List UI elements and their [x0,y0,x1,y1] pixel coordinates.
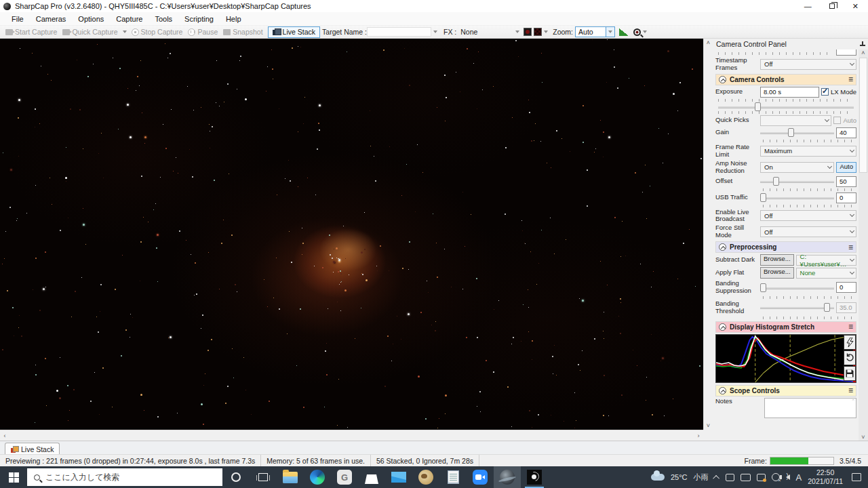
cortana-button[interactable] [222,466,250,488]
usb-traffic-value[interactable]: 0 [836,192,856,203]
weather-desc[interactable]: 小雨 [694,472,709,483]
collapse-icon[interactable] [719,323,726,331]
offset-slider[interactable] [760,177,834,186]
section-menu-icon[interactable]: ≡ [848,243,853,252]
panel-scrollbar[interactable]: ˄ ˅ [859,49,868,441]
magnifier-dropdown-icon[interactable] [643,30,647,33]
flat-frame-icon[interactable] [534,28,542,36]
amp-noise-reduction-select[interactable]: On [760,162,834,173]
banding-threshold-slider[interactable] [760,303,834,312]
usb-traffic-slider[interactable] [760,193,834,202]
minimize-button[interactable]: — [804,2,812,10]
slider-thumb[interactable] [824,303,830,312]
scroll-up-icon[interactable]: ˄ [859,49,868,56]
enable-live-broadcast-select[interactable]: Off [760,210,856,221]
taskbar-zoom[interactable] [467,466,494,488]
preprocessing-header[interactable]: Preprocessing ≡ [715,241,856,253]
pause-button[interactable]: Pause [185,27,220,37]
exposure-input[interactable]: 8.00 s [760,87,819,98]
banding-suppression-value[interactable]: 0 [836,282,856,293]
frames-dropdown-icon[interactable] [544,30,548,33]
slider-thumb[interactable] [760,193,766,202]
zoom-dropdown-button[interactable] [606,27,614,37]
menu-file[interactable]: File [5,14,30,24]
menu-help[interactable]: Help [220,14,248,24]
gain-value[interactable]: 40 [836,127,856,138]
scrollbar-thumb[interactable] [859,58,867,173]
restore-button[interactable] [829,2,835,10]
apply-flat-select[interactable]: None [796,268,856,279]
histogram-tool-icon[interactable] [619,28,628,36]
show-hidden-icons-button[interactable] [713,474,719,481]
reset-stretch-button[interactable] [844,350,856,365]
zoom-select[interactable]: Auto [575,26,615,37]
save-stretch-button[interactable] [844,366,856,381]
slider-thumb[interactable] [760,283,766,292]
notes-textarea[interactable] [764,398,856,418]
collapse-icon[interactable] [719,76,726,83]
slider-thumb[interactable] [755,102,761,111]
start-button[interactable] [0,466,27,488]
scroll-down-icon[interactable]: ˅ [859,434,868,441]
menu-capture[interactable]: Capture [110,14,149,24]
tab-live-stack[interactable]: Live Stack [5,443,60,455]
camera-controls-header[interactable]: Camera Controls ≡ [715,74,856,85]
ime-indicator[interactable]: A [796,472,802,483]
tray-app-icon[interactable] [726,474,734,481]
slider-thumb[interactable] [773,177,779,186]
menu-tools[interactable]: Tools [149,14,178,24]
section-menu-icon[interactable]: ≡ [848,75,853,84]
collapse-icon[interactable] [719,387,726,394]
gain-slider[interactable] [760,128,834,137]
taskbar-search-input[interactable]: ここに入力して検索 [27,468,222,486]
scope-controls-header[interactable]: Scope Controls ≡ [715,385,856,396]
task-view-button[interactable] [250,466,277,488]
taskbar-notepad[interactable] [439,466,467,488]
slider-thumb[interactable] [788,128,794,137]
scroll-right-icon[interactable]: › [694,432,703,439]
subtract-dark-browse-button[interactable]: Browse... [760,254,794,266]
section-menu-icon[interactable]: ≡ [848,386,853,395]
dark-frame-icon[interactable] [524,28,532,36]
taskbar-paint-app[interactable] [412,466,439,488]
banding-suppression-slider[interactable] [760,283,834,292]
image-vertical-scrollbar[interactable]: ˄ ˅ [703,39,712,430]
action-center-icon[interactable] [852,473,861,481]
frame-rate-limit-select[interactable]: Maximum [760,146,856,157]
image-horizontal-scrollbar[interactable]: ‹ › [0,430,703,441]
volume-icon[interactable] [786,474,790,480]
menu-cameras[interactable]: Cameras [30,14,73,24]
timestamp-frames-select[interactable]: Off [760,59,856,70]
taskbar-app-g[interactable]: G [331,466,358,488]
taskbar-edge[interactable] [304,466,331,488]
tray-pen-icon[interactable] [741,474,751,481]
weather-icon[interactable] [651,474,665,481]
scroll-left-icon[interactable]: ‹ [0,432,9,439]
stop-capture-button[interactable]: Stop Capture [129,27,186,37]
taskbar-mail[interactable] [385,466,412,488]
quick-picks-select[interactable] [760,115,831,126]
quick-capture-dropdown-icon[interactable] [123,30,127,33]
histogram-display[interactable] [715,334,856,383]
section-menu-icon[interactable]: ≡ [848,322,853,331]
taskbar-capture-app[interactable] [521,466,548,488]
lx-mode-checkbox[interactable] [821,88,829,96]
live-stack-button[interactable]: Live Stack [268,26,320,38]
offset-value[interactable]: 50 [836,176,856,187]
target-name-dropdown-icon[interactable] [433,30,437,33]
start-capture-button[interactable]: Start Capture [3,27,60,37]
apply-flat-browse-button[interactable]: Browse... [760,267,794,279]
force-still-mode-select[interactable]: Off [760,226,856,237]
taskbar-file-explorer[interactable] [277,466,304,488]
pin-icon[interactable] [860,41,865,47]
subtract-dark-select[interactable]: C:¥Users¥user¥… [796,255,856,266]
live-preview-image[interactable] [0,39,703,430]
auto-stretch-button[interactable] [844,335,856,350]
target-name-input[interactable] [367,27,431,37]
weather-temp[interactable]: 25°C [671,473,688,481]
quick-capture-button[interactable]: Quick Capture [60,27,120,37]
snapshot-button[interactable]: Snapshot [220,27,265,37]
fx-dropdown-icon[interactable] [515,30,519,33]
exposure-slider[interactable] [718,102,854,111]
taskbar-sharpcap[interactable] [494,466,521,488]
